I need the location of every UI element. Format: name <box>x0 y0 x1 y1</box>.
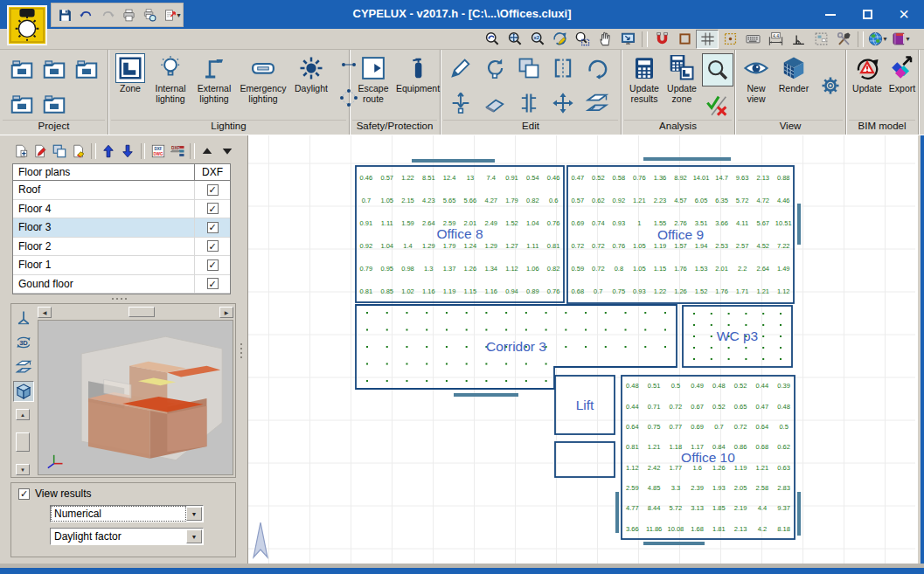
button-zoom-previous-icon[interactable] <box>480 30 503 49</box>
scroll-left-icon[interactable]: ◀ <box>38 307 52 318</box>
button-eraser-icon[interactable] <box>480 88 510 118</box>
room-outline[interactable] <box>555 442 615 477</box>
ribbon-item-export[interactable]: Export <box>885 53 920 94</box>
dxf-checkbox[interactable]: ✓ <box>207 278 219 289</box>
viewport-horizontal-scrollbar[interactable]: ◀ ▶ <box>38 306 233 318</box>
button-move-up-icon[interactable] <box>101 142 117 161</box>
chevron-down-icon[interactable]: ▼ <box>905 36 911 42</box>
button-check-cancel-icon[interactable] <box>702 88 733 121</box>
floor-plan-row[interactable]: Floor 3✓ <box>13 218 230 238</box>
button-zoom-extents-icon[interactable] <box>503 30 525 49</box>
view-results-checkbox[interactable]: ✓ <box>18 488 30 500</box>
button-folder-lamp-icon[interactable] <box>39 55 69 85</box>
button-perpendicular-icon[interactable] <box>787 30 809 49</box>
measurement-dot <box>625 346 627 348</box>
button-help-book-icon[interactable]: ▼ <box>889 30 912 49</box>
button-dxf-layers-icon[interactable] <box>169 142 185 161</box>
button-split-icon[interactable] <box>514 88 544 118</box>
ribbon-item-render[interactable]: Render <box>774 53 814 94</box>
button-mirror-icon[interactable] <box>548 53 578 83</box>
minimize-button[interactable] <box>816 3 845 26</box>
button-rotate-3d-icon[interactable] <box>13 332 34 353</box>
panel-splitter-horizontal[interactable] <box>3 294 235 303</box>
button-zoom-select-icon[interactable] <box>702 53 733 86</box>
button-add-plan-icon[interactable] <box>12 142 29 161</box>
scroll-up-icon[interactable]: ▲ <box>16 409 30 420</box>
button-snap-point-icon[interactable] <box>719 30 741 49</box>
button-selection-icon[interactable] <box>809 30 832 49</box>
ribbon-item-internal-lighting[interactable]: Internal lighting <box>149 53 192 104</box>
button-dimension-icon[interactable] <box>764 30 787 49</box>
button-axis-tool-icon[interactable] <box>13 308 34 328</box>
viewport-vertical-scrollbar[interactable]: ▲ ▼ <box>16 409 30 475</box>
chevron-down-icon[interactable]: ▼ <box>186 529 202 543</box>
floor-plan-row[interactable]: Floor 4✓ <box>13 200 230 219</box>
button-copy-plan-icon[interactable] <box>51 142 67 161</box>
button-pencil-icon[interactable] <box>446 53 476 83</box>
button-collapse-down-icon[interactable] <box>219 142 235 161</box>
close-button[interactable]: × <box>889 3 919 26</box>
button-grid-icon[interactable] <box>696 30 719 49</box>
chevron-down-icon[interactable]: ▼ <box>186 507 202 521</box>
button-collapse-up-icon[interactable] <box>199 142 216 161</box>
ribbon-item-equipment[interactable]: Equipment <box>393 53 442 94</box>
floor-plan-row[interactable]: Floor 2✓ <box>13 238 230 257</box>
button-zoom-window-icon[interactable] <box>571 30 594 49</box>
button-folder-box-icon[interactable] <box>72 55 101 85</box>
button-move-node-icon[interactable] <box>446 88 476 118</box>
ribbon-item-update[interactable]: Update <box>850 53 885 94</box>
button-dxf-dwg-icon[interactable] <box>149 142 166 161</box>
ribbon-item-zone[interactable]: Zone <box>112 53 149 94</box>
button-tools-icon[interactable] <box>832 30 855 49</box>
button-redraw-icon[interactable] <box>548 30 571 49</box>
button-full-screen-icon[interactable] <box>616 30 639 49</box>
dxf-checkbox[interactable]: ✓ <box>207 222 219 233</box>
button-folder-bulb-icon[interactable] <box>7 90 37 120</box>
button-copy-icon[interactable] <box>514 53 544 83</box>
scroll-thumb[interactable] <box>129 307 155 317</box>
button-move-icon[interactable] <box>548 88 578 118</box>
view-mode-select[interactable]: Numerical ▼ <box>50 505 204 522</box>
app-bulb-icon[interactable] <box>7 5 47 45</box>
drawing-canvas[interactable]: 0.460.571.228.5112.4137.40.910.540.460.7… <box>247 135 924 564</box>
scroll-thumb[interactable] <box>16 432 30 452</box>
floor-plan-row[interactable]: Gound floor✓ <box>13 275 230 294</box>
button-gear-icon[interactable] <box>816 71 845 100</box>
scroll-down-icon[interactable]: ▼ <box>16 464 30 475</box>
dxf-checkbox[interactable]: ✓ <box>207 184 219 196</box>
button-solid-view-icon[interactable] <box>13 381 34 402</box>
button-folder-emergency-icon[interactable] <box>39 90 69 120</box>
button-move-down-icon[interactable] <box>120 142 136 161</box>
maximize-button[interactable] <box>852 3 882 26</box>
button-snap-magnet-icon[interactable] <box>650 30 673 49</box>
floor-plan-row[interactable]: Floor 1✓ <box>13 256 230 275</box>
dxf-checkbox[interactable]: ✓ <box>207 240 219 252</box>
button-web-icon[interactable]: ▼ <box>866 30 889 49</box>
button-orthogonal-icon[interactable] <box>673 30 696 49</box>
button-layers-3d-icon[interactable] <box>13 356 34 377</box>
dxf-checkbox[interactable]: ✓ <box>207 259 219 271</box>
ribbon-item-emergency-lighting[interactable]: Emergency lighting <box>236 53 290 104</box>
ribbon-item-external-lighting[interactable]: External lighting <box>192 53 236 104</box>
button-zoom-x2-icon[interactable] <box>525 30 548 49</box>
scroll-right-icon[interactable]: ▶ <box>219 307 233 318</box>
ribbon-item-new-view[interactable]: New view <box>739 53 774 104</box>
button-rotate-node-icon[interactable] <box>480 53 510 83</box>
floor-plan-row[interactable]: Roof✓ <box>13 181 230 200</box>
button-pan-icon[interactable] <box>594 30 616 49</box>
dxf-checkbox[interactable]: ✓ <box>207 203 219 214</box>
ribbon-item-daylight[interactable]: Daylight <box>290 53 332 94</box>
button-edit-plan-icon[interactable] <box>31 142 48 161</box>
button-keyboard-icon[interactable] <box>741 30 764 49</box>
button-rotate-icon[interactable] <box>582 53 612 83</box>
chevron-down-icon[interactable]: ▼ <box>882 36 888 42</box>
ribbon-item-escape-route[interactable]: Escape route <box>353 53 393 104</box>
building-3d-preview[interactable] <box>38 320 233 475</box>
magnitude-select[interactable]: Daylight factor ▼ <box>50 528 204 545</box>
button-delete-plan-icon[interactable] <box>70 142 87 161</box>
button-layers-icon[interactable] <box>582 88 612 118</box>
ribbon-item-update-results[interactable]: Update results <box>625 53 663 104</box>
button-folder-zone-icon[interactable] <box>7 55 37 85</box>
panel-splitter-vertical[interactable] <box>237 135 247 564</box>
ribbon-item-update-zone[interactable]: Update zone <box>663 53 700 104</box>
